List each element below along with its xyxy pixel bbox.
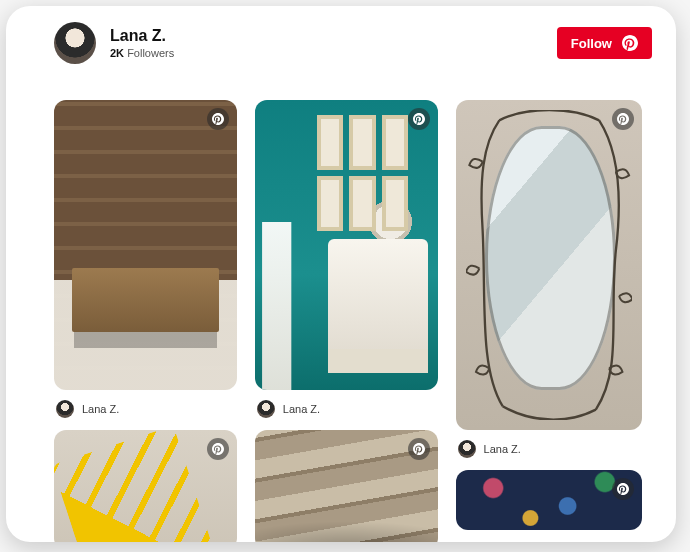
pin[interactable] [255,430,438,542]
pinterest-icon [617,113,629,125]
pin[interactable] [54,430,237,542]
followers-line: 2K Followers [110,47,174,59]
pin[interactable] [456,100,642,430]
pinterest-badge[interactable] [612,108,634,130]
grid-column: Lana Z. [54,100,237,542]
pinterest-icon [413,113,425,125]
pin-grid: Lana Z. Lana Z. [6,92,676,542]
pinterest-badge[interactable] [612,478,634,500]
pin-author: Lana Z. [484,443,521,455]
pinterest-icon [212,113,224,125]
pin[interactable] [54,100,237,390]
avatar [257,400,275,418]
avatar [56,400,74,418]
pinterest-badge[interactable] [408,108,430,130]
pinterest-badge[interactable] [408,438,430,460]
decorative-vine [466,110,632,420]
wall-frames [317,115,408,231]
pin-attribution[interactable]: Lana Z. [255,398,438,422]
follow-button-label: Follow [571,36,612,51]
pinterest-icon [617,483,629,495]
followers-label: Followers [127,47,174,59]
pinterest-badge[interactable] [207,438,229,460]
pinterest-icon [212,443,224,455]
pin[interactable] [255,100,438,390]
pinterest-badge[interactable] [207,108,229,130]
pin-attribution[interactable]: Lana Z. [54,398,237,422]
grid-column: Lana Z. [255,100,438,542]
profile-header: Lana Z. 2K Followers Follow [6,6,676,76]
profile-card: Lana Z. 2K Followers Follow Lana Z. [6,6,676,542]
grid-column: Lana Z. [456,100,642,542]
pinterest-icon [413,443,425,455]
follower-count: 2K [110,47,124,59]
pin-author: Lana Z. [283,403,320,415]
pin-attribution[interactable]: Lana Z. [456,438,642,462]
pin[interactable] [456,470,642,530]
avatar [458,440,476,458]
follow-button[interactable]: Follow [557,27,652,59]
pinterest-icon [622,35,638,51]
title-block: Lana Z. 2K Followers [110,27,174,59]
avatar[interactable] [54,22,96,64]
profile-name[interactable]: Lana Z. [110,27,174,45]
pin-author: Lana Z. [82,403,119,415]
